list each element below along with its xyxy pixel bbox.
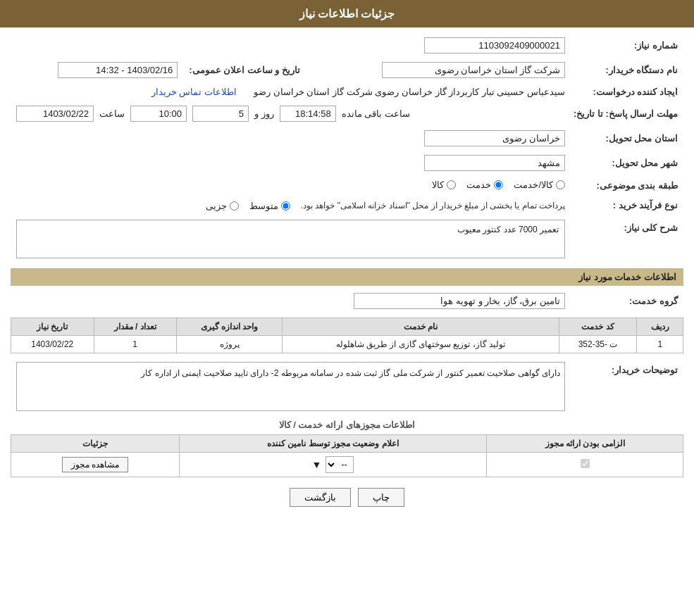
radio-khedmat-label: خدمت [466,180,491,190]
tarikh-elan-label: تاریخ و ساعت اعلان عمومی: [183,59,314,81]
chap-button[interactable]: چاپ [358,488,404,507]
nam-dastgah-box: شرکت گاز استان خراسان رضوی [382,62,565,78]
tabaghe-label: طبقه بندی موضوعی: [571,177,683,194]
shahr-tahvil-label: شهر محل تحویل: [571,152,683,174]
radio-motavasset-input[interactable] [281,201,290,210]
grooh-khedmat-value: تامین برق، گاز، بخار و تهویه هوا [11,290,571,312]
radio-khedmat-input[interactable] [494,180,503,189]
mohlat-label: مهلت ارسال پاسخ: تا تاریخ: [568,103,683,125]
radio-kala-khedmat-label: کالا/خدمت [514,180,553,190]
page-title: جزئیات اطلاعات نیاز [0,0,694,27]
shomara-niaz-box: 1103092409000021 [424,37,565,54]
radio-kala-label: کالا [432,180,444,190]
col-header-kod: کد خدمت [559,318,637,335]
table-cell-tedad: 1 [94,335,176,353]
grooh-khedmat-label: گروه خدمت: [571,290,683,312]
sharh-text: تعمیر 7000 عدد کنتور معیوب [457,225,559,234]
toseih-box: دارای گواهی صلاحیت تعمیر کنتور از شرکت م… [16,362,565,411]
main-content: شماره نیاز: 1103092409000021 نام دستگاه … [0,27,694,524]
nooe-farayand-label: نوع فرآیند خرید : [571,197,683,214]
toseih-label: توضیحات خریدار: [571,359,683,414]
tarikh-elan-value: 1403/02/16 - 14:32 [11,59,183,81]
info-table-6: شهر محل تحویل: مشهد [11,152,683,174]
radio-motavasset-label: متوسط [249,201,278,211]
time-box: 10:00 [130,106,187,122]
permissions-table: الزامی بودن ارائه مجوز اعلام وضعیت مجوز … [11,434,683,477]
ostan-tahvil-value: خراسان رضوی [83,127,571,149]
sharh-label: شرح کلی نیاز: [571,217,683,261]
ostan-tahvil-label: استان محل تحویل: [571,127,683,149]
radio-khedmat[interactable]: خدمت [466,180,503,190]
joziat-cell: مشاهده مجوز [11,452,180,477]
info-table-grooh: گروه خدمت: تامین برق، گاز، بخار و تهویه … [11,290,683,312]
view-mojooze-button[interactable]: مشاهده مجوز [62,457,128,472]
info-table-toseih: توضیحات خریدار: دارای گواهی صلاحیت تعمیر… [11,359,683,414]
info-table-2: نام دستگاه خریدار: شرکت گاز استان خراسان… [11,59,683,81]
elzami-cell [487,452,683,477]
radio-kala[interactable]: کالا [432,180,456,190]
radio-kala-khedmat[interactable]: کالا/خدمت [514,180,565,190]
shahr-tahvil-value: مشهد [83,152,571,174]
eelam-cell: -- ▼ [179,452,487,477]
ijad-konande-label: ایجاد کننده درخواست: [571,84,683,100]
table-cell-name_khedmat: تولید گاز، توزیع سوختهای گازی از طریق شا… [283,335,559,353]
date-box: 1403/02/22 [16,106,94,122]
nooe-farayand-value: جزیی متوسط پرداخت تمام یا بخشی از مبلغ خ… [11,197,571,214]
header-title-text: جزئیات اطلاعات نیاز [299,8,395,20]
col-header-tarikh: تاریخ نیاز [11,318,94,335]
permissions-row: -- ▼ مشاهده مجوز [11,452,683,477]
col-header-vahed: واحد اندازه گیری [176,318,282,335]
shahr-tahvil-box: مشهد [424,155,565,171]
info-table-5: استان محل تحویل: خراسان رضوی [11,127,683,149]
table-cell-radif: 1 [637,335,683,353]
nam-dastgah-label: نام دستگاه خریدار: [571,59,683,81]
table-cell-kod_khedmat: ت -35-352 [559,335,637,353]
ruz-label: روز و [254,108,274,119]
col-header-radif: ردیف [637,318,683,335]
ijad-konande-value: سیدعباس حسینی تبار کاربرداز گاز خراسان ر… [11,84,571,100]
eelam-select[interactable]: -- [326,456,354,473]
radio-kala-input[interactable] [447,180,456,189]
toseih-value-cell: دارای گواهی صلاحیت تعمیر کنتور از شرکت م… [11,359,571,414]
ruz-box: 5 [192,106,249,122]
radio-kala-khedmat-input[interactable] [556,180,565,189]
radio-jozei-input[interactable] [230,201,239,210]
dropdown-arrow-icon: ▼ [312,459,322,470]
info-table-8: نوع فرآیند خرید : جزیی متوسط پرداخت تمام… [11,197,683,214]
info-table-4: مهلت ارسال پاسخ: تا تاریخ: 1403/02/22 سا… [11,103,683,125]
elzami-checkbox [581,459,590,468]
sharh-value-cell: تعمیر 7000 عدد کنتور معیوب [11,217,571,261]
page-wrapper: جزئیات اطلاعات نیاز شماره نیاز: 11030924… [0,0,694,616]
col-header-eelam: اعلام وضعیت مجوز توسط نامین کننده [179,434,487,452]
radio-motavasset[interactable]: متوسط [249,201,290,211]
col-header-joziat: جزئیات [11,434,180,452]
shomara-niaz-value: 1103092409000021 [82,34,571,56]
table-row: 1ت -35-352تولید گاز، توزیع سوختهای گازی … [11,335,683,353]
bazgasht-button[interactable]: بازگشت [290,488,351,507]
tarikh-elan-box: 1403/02/16 - 14:32 [58,62,178,78]
info-table-3: ایجاد کننده درخواست: سیدعباس حسینی تبار … [11,84,683,100]
col-header-name: نام خدمت [283,318,559,335]
ettelaat-tamas-link[interactable]: اطلاعات تماس خریدار [151,87,237,97]
info-table-sharh: شرح کلی نیاز: تعمیر 7000 عدد کنتور معیوب [11,217,683,261]
sharh-box: تعمیر 7000 عدد کنتور معیوب [16,220,565,258]
tabaghe-radio-group: کالا خدمت کالا/خدمت [87,177,571,194]
table-cell-vahed: پروژه [176,335,282,353]
info-table-7: طبقه بندی موضوعی: کالا خدمت کالا/خ [11,177,683,194]
mojooze-title: اطلاعات مجوزهای ارائه خدمت / کالا [11,420,683,430]
saat-remaining-box: 18:14:58 [280,106,336,122]
ostan-tahvil-box: خراسان رضوی [424,130,565,146]
radio-jozei[interactable]: جزیی [206,201,239,211]
nooe-farayand-desc: پرداخت تمام یا بخشی از مبلغ خریدار از مح… [301,201,565,210]
info-table-1: شماره نیاز: 1103092409000021 [11,34,683,56]
footer-buttons: چاپ بازگشت [11,488,683,507]
shomara-niaz-label: شماره نیاز: [571,34,683,56]
saat-label: ساعت [99,108,125,119]
toseih-text: دارای گواهی صلاحیت تعمیر کنتور از شرکت م… [141,368,560,378]
grooh-khedmat-box: تامین برق، گاز، بخار و تهویه هوا [354,293,565,309]
col-header-elzami: الزامی بودن ارائه مجوز [487,434,683,452]
services-table: ردیف کد خدمت نام خدمت واحد اندازه گیری ت… [11,318,683,353]
table-cell-tarikh: 1403/02/22 [11,335,94,353]
nam-dastgah-value: شرکت گاز استان خراسان رضوی [314,59,571,81]
col-header-tedad: تعداد / مقدار [94,318,176,335]
